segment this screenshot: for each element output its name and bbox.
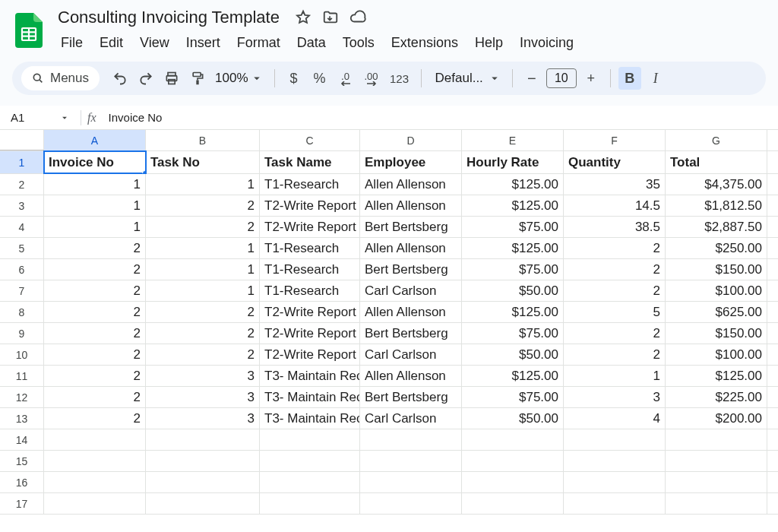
- redo-button[interactable]: [134, 67, 157, 90]
- row-header-2[interactable]: 2: [0, 174, 44, 195]
- cell-A9[interactable]: 2: [44, 323, 146, 344]
- cell-D14[interactable]: [360, 429, 462, 450]
- currency-format-button[interactable]: $: [283, 67, 305, 90]
- cell-B14[interactable]: [146, 429, 260, 450]
- cell-F16[interactable]: [564, 472, 666, 492]
- menu-format[interactable]: Format: [229, 32, 288, 54]
- selection-handle[interactable]: [142, 170, 146, 173]
- row-header-14[interactable]: 14: [0, 429, 44, 450]
- cell-header-E[interactable]: Hourly Rate: [462, 151, 564, 173]
- cell-G16[interactable]: [666, 472, 767, 492]
- row-header-16[interactable]: 16: [0, 472, 44, 492]
- cell-A17[interactable]: [44, 493, 146, 514]
- cell-E7[interactable]: $50.00: [462, 280, 564, 301]
- cell-F14[interactable]: [564, 429, 666, 450]
- cell-B2[interactable]: 1: [146, 174, 260, 195]
- cell-C4[interactable]: T2-Write Report: [260, 217, 360, 237]
- cell-F7[interactable]: 2: [564, 280, 666, 301]
- cell-A12[interactable]: 2: [44, 387, 146, 407]
- font-size-input[interactable]: 10: [546, 68, 577, 88]
- cell-E9[interactable]: $75.00: [462, 323, 564, 344]
- cell-A10[interactable]: 2: [44, 344, 146, 365]
- row-header-5[interactable]: 5: [0, 238, 44, 258]
- row-header-8[interactable]: 8: [0, 302, 44, 322]
- cell-G11[interactable]: $125.00: [666, 366, 767, 386]
- increase-font-button[interactable]: +: [580, 67, 602, 90]
- cell-F10[interactable]: 2: [564, 344, 666, 365]
- cell-G8[interactable]: $625.00: [666, 302, 767, 322]
- cell-E8[interactable]: $125.00: [462, 302, 564, 322]
- cell-C8[interactable]: T2-Write Report: [260, 302, 360, 322]
- cell-C13[interactable]: T3- Maintain Rec: [260, 408, 360, 429]
- row-header-9[interactable]: 9: [0, 323, 44, 344]
- menu-file[interactable]: File: [53, 32, 90, 54]
- cell-F3[interactable]: 14.5: [564, 195, 666, 216]
- row-header-1[interactable]: 1: [0, 151, 44, 173]
- italic-button[interactable]: I: [644, 67, 667, 90]
- cell-E16[interactable]: [462, 472, 564, 492]
- cell-A14[interactable]: [44, 429, 146, 450]
- cell-F17[interactable]: [564, 493, 666, 514]
- cell-D16[interactable]: [360, 472, 462, 492]
- menu-view[interactable]: View: [132, 32, 177, 54]
- cell-header-A[interactable]: Invoice No: [44, 151, 146, 173]
- cell-D11[interactable]: Allen Allenson: [360, 366, 462, 386]
- cell-E5[interactable]: $125.00: [462, 238, 564, 258]
- cell-F5[interactable]: 2: [564, 238, 666, 258]
- cell-D6[interactable]: Bert Bertsberg: [360, 259, 462, 280]
- cell-G12[interactable]: $225.00: [666, 387, 767, 407]
- cell-A16[interactable]: [44, 472, 146, 492]
- cell-E10[interactable]: $50.00: [462, 344, 564, 365]
- bold-button[interactable]: B: [618, 67, 641, 90]
- cell-E4[interactable]: $75.00: [462, 217, 564, 237]
- percent-format-button[interactable]: %: [308, 67, 331, 90]
- cell-A5[interactable]: 2: [44, 238, 146, 258]
- cell-B12[interactable]: 3: [146, 387, 260, 407]
- cell-E2[interactable]: $125.00: [462, 174, 564, 195]
- cell-G5[interactable]: $250.00: [666, 238, 767, 258]
- sheets-logo[interactable]: [14, 15, 44, 46]
- cell-D5[interactable]: Allen Allenson: [360, 238, 462, 258]
- cell-E3[interactable]: $125.00: [462, 195, 564, 216]
- cell-C3[interactable]: T2-Write Report: [260, 195, 360, 216]
- row-header-12[interactable]: 12: [0, 387, 44, 407]
- cell-F6[interactable]: 2: [564, 259, 666, 280]
- cell-header-D[interactable]: Employee: [360, 151, 462, 173]
- cell-C9[interactable]: T2-Write Report: [260, 323, 360, 344]
- increase-decimal-button[interactable]: .00: [360, 67, 383, 90]
- move-folder-icon[interactable]: [322, 9, 339, 26]
- cell-B13[interactable]: 3: [146, 408, 260, 429]
- col-header-F[interactable]: F: [564, 130, 666, 150]
- col-header-G[interactable]: G: [666, 130, 767, 150]
- cell-A4[interactable]: 1: [44, 217, 146, 237]
- cell-G13[interactable]: $200.00: [666, 408, 767, 429]
- cell-A11[interactable]: 2: [44, 366, 146, 386]
- cell-B9[interactable]: 2: [146, 323, 260, 344]
- cell-C10[interactable]: T2-Write Report: [260, 344, 360, 365]
- cell-D10[interactable]: Carl Carlson: [360, 344, 462, 365]
- cell-G6[interactable]: $150.00: [666, 259, 767, 280]
- zoom-select[interactable]: 100%: [212, 71, 266, 86]
- doc-title[interactable]: Consulting Invoicing Template: [53, 6, 284, 29]
- cell-C17[interactable]: [260, 493, 360, 514]
- cell-D15[interactable]: [360, 451, 462, 471]
- cell-F9[interactable]: 2: [564, 323, 666, 344]
- cell-C15[interactable]: [260, 451, 360, 471]
- cell-G2[interactable]: $4,375.00: [666, 174, 767, 195]
- col-header-C[interactable]: C: [260, 130, 360, 150]
- cell-A15[interactable]: [44, 451, 146, 471]
- row-header-17[interactable]: 17: [0, 493, 44, 514]
- cell-D13[interactable]: Carl Carlson: [360, 408, 462, 429]
- cell-D4[interactable]: Bert Bertsberg: [360, 217, 462, 237]
- cell-C5[interactable]: T1-Research: [260, 238, 360, 258]
- menu-extensions[interactable]: Extensions: [384, 32, 466, 54]
- cell-B5[interactable]: 1: [146, 238, 260, 258]
- cell-G15[interactable]: [666, 451, 767, 471]
- cell-C2[interactable]: T1-Research: [260, 174, 360, 195]
- cell-D17[interactable]: [360, 493, 462, 514]
- search-menus[interactable]: Menus: [21, 66, 100, 90]
- undo-button[interactable]: [109, 67, 131, 90]
- cell-E15[interactable]: [462, 451, 564, 471]
- spreadsheet-grid[interactable]: ABCDEFG 1Invoice NoTask NoTask NameEmplo…: [0, 130, 778, 515]
- cell-D8[interactable]: Allen Allenson: [360, 302, 462, 322]
